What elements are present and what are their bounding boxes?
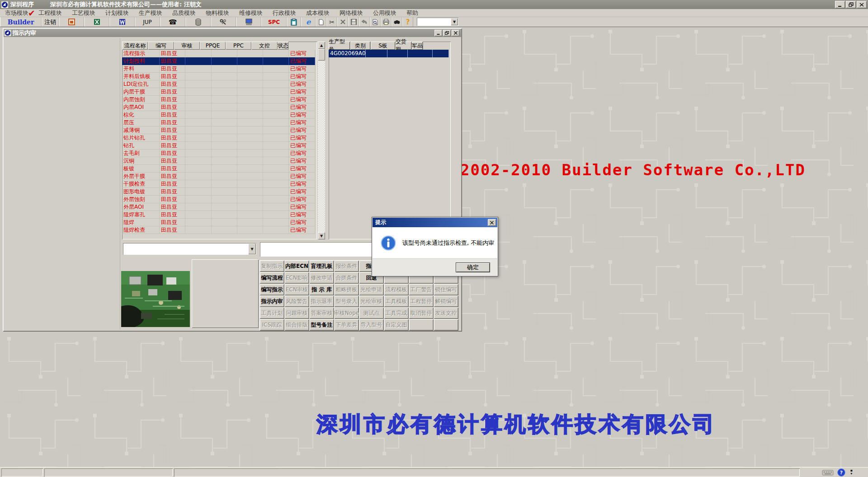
action-button[interactable]: 粗略拼板 [334, 284, 359, 295]
table-row[interactable]: 外层蚀刻 田昌亚 已编写 [122, 196, 317, 203]
table-row[interactable]: 阻焊检查 田昌亚 已编写 [122, 226, 317, 234]
action-button[interactable]: 内部ECN [284, 260, 309, 272]
scroll-up-button[interactable]: ▲ [318, 42, 325, 49]
column-header[interactable]: 交货期 [396, 42, 412, 50]
ie-button[interactable]: e [301, 17, 316, 27]
action-button[interactable]: 测试点 [359, 307, 384, 319]
column-header[interactable]: PPC [226, 42, 251, 50]
action-button[interactable]: 取消暂停 [409, 307, 434, 319]
toolbar-combobox[interactable]: ▼ [417, 18, 458, 26]
action-button[interactable]: 指示内审 [259, 295, 284, 307]
status-help-icon[interactable]: ? [837, 468, 845, 477]
table-row[interactable]: 干膜检查 田昌亚 已编写 [122, 180, 317, 188]
minimize-button[interactable] [835, 1, 845, 8]
column-header[interactable]: 审核 [174, 42, 200, 50]
action-button[interactable]: 风险警告 [284, 295, 309, 307]
action-button[interactable]: 指示退率 [309, 295, 334, 307]
action-button[interactable] [409, 319, 434, 331]
table-row[interactable]: 开料 田昌亚 已编写 [122, 65, 317, 73]
computer-button[interactable] [236, 17, 261, 27]
scroll-down-button[interactable]: ▼ [318, 232, 325, 239]
column-header[interactable]: 类别 [350, 42, 371, 50]
menu-item[interactable]: 工艺模块 [67, 9, 100, 17]
close-button[interactable] [857, 1, 867, 8]
action-button[interactable]: 问题审核 [284, 307, 309, 319]
action-button[interactable]: 复制指示 [259, 260, 284, 272]
table-row[interactable]: 铝片钻孔 田昌亚 已编写 [122, 134, 317, 142]
column-header[interactable]: 编写 [148, 42, 174, 50]
table-row[interactable]: 层压 田昌亚 已编写 [122, 119, 317, 126]
ok-button[interactable]: 确定 [456, 262, 490, 272]
action-button[interactable]: ECN影响 [284, 272, 309, 284]
menu-item[interactable]: 帮助 [401, 9, 423, 17]
table-row[interactable]: 流程指示 田昌亚 已编写 [122, 50, 317, 57]
action-button[interactable]: 工具计划 [259, 307, 284, 319]
action-button[interactable]: 光绘申请 [359, 284, 384, 295]
action-button[interactable]: 审核Nope [334, 307, 359, 319]
cut-button[interactable]: ✂ [326, 17, 337, 27]
table-row[interactable]: 去毛刺 田昌亚 已编写 [122, 150, 317, 157]
action-button[interactable] [434, 319, 458, 331]
column-header[interactable]: 流程名称 [122, 42, 148, 50]
table-row[interactable]: 减薄铜 田昌亚 已编写 [122, 126, 317, 134]
menu-item[interactable]: 成本模块 [301, 9, 335, 17]
undo-button[interactable] [359, 17, 370, 27]
column-header[interactable]: 状态 [278, 42, 288, 50]
menu-item[interactable]: 公用模块 [368, 9, 401, 17]
menu-item[interactable]: 生产模块 [134, 9, 167, 17]
action-button[interactable]: 工程暂停 [409, 295, 434, 307]
spc-button[interactable]: SPC [261, 17, 287, 27]
scroll-thumb[interactable] [318, 49, 325, 61]
menu-item[interactable]: 物料模块 [201, 9, 234, 17]
column-header[interactable]: S板 [371, 42, 396, 50]
new-doc-button[interactable] [316, 17, 326, 27]
process-table-scrollbar[interactable]: ▲ ▼ [318, 42, 325, 239]
action-button[interactable]: 流程模板 [384, 284, 409, 295]
table-row[interactable]: 内层干膜 田昌亚 已编写 [122, 88, 317, 96]
menu-item[interactable]: 品质模块 [167, 9, 201, 17]
help-button[interactable]: ? [402, 17, 413, 27]
action-button[interactable]: 编写流程 [259, 272, 284, 284]
action-button[interactable]: 锁住编写 [434, 284, 458, 295]
phone-button[interactable]: ☎ [160, 17, 185, 27]
paste-button[interactable] [287, 17, 301, 27]
tools-button[interactable] [211, 17, 236, 27]
model-row[interactable]: 4G002069A0 [329, 50, 451, 57]
table-row[interactable]: 开料后烘板 田昌亚 已编写 [122, 73, 317, 80]
menu-item[interactable]: 网络模块 [335, 9, 368, 17]
database-button[interactable] [185, 17, 211, 27]
combo-arrow-icon[interactable]: ▼ [451, 18, 458, 25]
dialog-close-button[interactable] [488, 219, 496, 226]
table-row[interactable]: 计划投料 田昌亚 已编写 [122, 57, 317, 65]
action-button[interactable]: 报价条件 [334, 260, 359, 272]
action-button[interactable]: 自定义图 [384, 319, 409, 331]
action-button[interactable]: 型号备注 [309, 319, 334, 331]
action-button[interactable]: 导入型号 [359, 319, 384, 331]
menu-item[interactable]: 行政模块 [268, 9, 301, 17]
table-row[interactable]: 棕化 田昌亚 已编写 [122, 111, 317, 119]
action-button[interactable]: 指 示 库 [309, 284, 334, 295]
action-button[interactable]: 编写指示 [259, 284, 284, 295]
restore-button[interactable] [846, 1, 856, 8]
process-combo-arrow-icon[interactable]: ▼ [248, 243, 256, 254]
action-button[interactable]: 光绘审核 [359, 295, 384, 307]
table-row[interactable]: 内层AOI 田昌亚 已编写 [122, 103, 317, 111]
menu-item[interactable]: 维修模块 [234, 9, 268, 17]
table-row[interactable]: 外层AOI 田昌亚 已编写 [122, 203, 317, 211]
action-button[interactable]: ICS跟踪 [259, 319, 284, 331]
action-button[interactable]: ECN审核 [284, 284, 309, 295]
dialog-titlebar[interactable]: 提示 [373, 218, 497, 227]
child-titlebar[interactable]: 指示内审 [4, 29, 461, 37]
action-button[interactable]: 工具完成 [384, 307, 409, 319]
action-button[interactable]: 盲埋孔板 [309, 260, 334, 272]
action-button[interactable]: 下单差异 [334, 319, 359, 331]
action-button[interactable]: 组合排版 [284, 319, 309, 331]
table-row[interactable]: 沉铜 田昌亚 已编写 [122, 157, 317, 165]
action-button[interactable]: 修改申请 [309, 272, 334, 284]
table-row[interactable]: 外层干膜 田昌亚 已编写 [122, 173, 317, 180]
table-row[interactable]: 内层蚀刻 田昌亚 已编写 [122, 96, 317, 103]
excel-button[interactable] [84, 17, 109, 27]
action-button[interactable]: 答案审核 [309, 307, 334, 319]
find-button[interactable] [392, 17, 402, 27]
word-button[interactable] [109, 17, 135, 27]
